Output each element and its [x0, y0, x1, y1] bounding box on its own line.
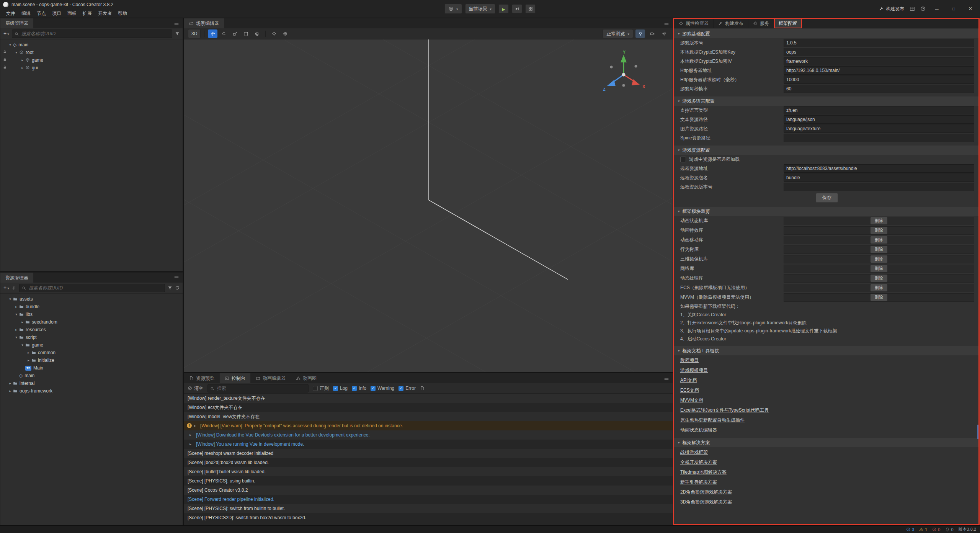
doc-link-animator-editor[interactable]: 动画状态机编辑器 — [674, 425, 980, 435]
expand-arrow[interactable]: ▸ — [26, 351, 31, 355]
http-timeout-input[interactable] — [784, 75, 974, 84]
log-row[interactable]: [Window] render_texture文件夹不存在 — [184, 394, 673, 403]
filter-error-checkbox[interactable]: Error — [399, 386, 416, 391]
lock-icon[interactable] — [3, 50, 7, 55]
doc-link-mvvm[interactable]: MVVM文档 — [674, 395, 980, 405]
tab-animation-editor[interactable]: 动画编辑器 — [251, 373, 291, 383]
solution-link-tiledmap[interactable]: Tiledmap地图解决方案 — [674, 467, 980, 477]
inspector-scrollbar[interactable] — [977, 425, 979, 439]
tab-asset-preview[interactable]: 资源预览 — [184, 373, 220, 383]
menu-item-developer[interactable]: 开发者 — [95, 9, 115, 18]
refresh-icon[interactable] — [175, 286, 180, 290]
delete-module-button[interactable]: 删除 — [871, 255, 887, 263]
sort-icon[interactable] — [12, 286, 16, 290]
doc-link-tutorial[interactable]: 教程项目 — [674, 355, 980, 365]
panel-menu-icon[interactable] — [660, 373, 673, 383]
expand-arrow[interactable]: ▾ — [13, 335, 19, 339]
delete-module-button[interactable]: 删除 — [871, 227, 887, 234]
delete-module-button[interactable]: 删除 — [871, 284, 887, 291]
log-row[interactable]: [Window] model_view文件夹不存在 — [184, 412, 673, 421]
maximize-button[interactable] — [948, 3, 959, 15]
section-header-modules[interactable]: 框架模块裁剪 — [674, 207, 980, 216]
expand-arrow[interactable]: ▸ — [20, 320, 25, 324]
delete-module-button[interactable]: 删除 — [871, 275, 887, 282]
solution-link-fullstack[interactable]: 全栈开发解决方案 — [674, 457, 980, 467]
expand-arrow[interactable]: ▾ — [7, 43, 13, 47]
section-header-docs[interactable]: 框架文档工具链接 — [674, 346, 980, 355]
expand-arrow[interactable]: ▸ — [7, 381, 13, 385]
asset-node-internal[interactable]: ▸internal — [0, 379, 183, 387]
remote-bundle-input[interactable] — [784, 173, 974, 182]
language-types-input[interactable] — [784, 106, 974, 114]
game-version-input[interactable] — [784, 39, 974, 47]
minimize-button[interactable] — [931, 3, 942, 15]
section-header-solutions[interactable]: 框架解决方案 — [674, 438, 980, 447]
build-publish-button[interactable]: 构建发布 — [879, 6, 904, 12]
delete-module-button[interactable]: 删除 — [871, 265, 887, 272]
tab-assets[interactable]: 资源管理器 — [0, 273, 34, 283]
console-search-input[interactable] — [216, 385, 306, 391]
create-node-button[interactable] — [3, 31, 9, 36]
tab-hierarchy[interactable]: 层级管理器 — [0, 18, 34, 28]
asset-node-script[interactable]: ▾script — [0, 334, 183, 341]
expand-arrow[interactable]: ▸ — [7, 389, 13, 393]
remote-load-row[interactable]: 游戏中资源是否远程加载 — [674, 155, 980, 164]
filter-warning-checkbox[interactable]: Warning — [371, 386, 394, 391]
expand-arrow[interactable]: ▸ — [13, 328, 19, 332]
crypto-key-input[interactable] — [784, 48, 974, 56]
expand-arrow[interactable]: ▾ — [13, 51, 19, 54]
log-row[interactable]: [Scene] [bullet]:bullet wasm lib loaded. — [184, 467, 673, 476]
menu-item-panel[interactable]: 面板 — [64, 9, 80, 18]
frame-rate-input[interactable] — [784, 85, 974, 93]
help-button[interactable] — [920, 6, 926, 11]
tree-node-root[interactable]: ▾ root — [0, 49, 183, 56]
current-scene-select[interactable]: 当前场景 — [465, 4, 496, 14]
regex-checkbox[interactable]: 正则 — [313, 385, 329, 392]
delete-module-button[interactable]: 删除 — [871, 294, 887, 301]
scene-light-toggle[interactable] — [635, 29, 645, 38]
crypto-iv-input[interactable] — [784, 57, 974, 65]
log-row[interactable]: [Scene] meshopt wasm decoder initialized — [184, 449, 673, 458]
warning-counter[interactable]: 1 — [919, 527, 927, 532]
doc-link-ecs[interactable]: ECS文档 — [674, 385, 980, 395]
tab-animation-graph[interactable]: 动画图 — [291, 373, 322, 383]
filter-icon[interactable] — [168, 286, 172, 290]
solution-link-3d-rpg[interactable]: 3D角色扮演游戏解决方案 — [674, 497, 980, 507]
tab-build-publish[interactable]: 构建发布 — [714, 18, 748, 28]
expand-arrow[interactable]: ▸ — [20, 66, 25, 70]
panel-menu-icon[interactable] — [170, 18, 183, 28]
step-button[interactable] — [512, 4, 522, 13]
asset-node-main-scene[interactable]: main — [0, 372, 183, 379]
section-header-resource[interactable]: 游戏资源配置 — [674, 146, 980, 155]
tree-node-main[interactable]: ▾ main — [0, 41, 183, 49]
scene-camera-button[interactable] — [647, 29, 657, 38]
asset-node-common[interactable]: ▸common — [0, 349, 183, 356]
image-path-input[interactable] — [784, 124, 974, 133]
log-row-info[interactable]: [Window] Download the Vue Devtools exten… — [184, 430, 673, 440]
menu-item-help[interactable]: 帮助 — [115, 9, 130, 18]
remote-url-input[interactable] — [784, 164, 974, 173]
coordinate-toggle-button[interactable] — [280, 29, 290, 38]
rect-tool-button[interactable] — [241, 29, 251, 38]
save-button[interactable]: 保存 — [816, 193, 838, 203]
log-row[interactable]: [Scene] [PHYSICS]: switch from builtin t… — [184, 504, 673, 513]
view-mode-select[interactable]: 正常浏览 — [603, 29, 633, 38]
log-row[interactable]: [Scene] [box2d]:box2d wasm lib loaded. — [184, 458, 673, 467]
asset-node-resources[interactable]: ▸resources — [0, 326, 183, 334]
panel-menu-icon[interactable] — [170, 273, 183, 283]
transform-tool-button[interactable] — [252, 29, 262, 38]
filter-log-checkbox[interactable]: Log — [333, 386, 348, 391]
spine-path-input[interactable] — [784, 134, 974, 142]
create-asset-button[interactable] — [3, 285, 9, 291]
http-server-input[interactable] — [784, 66, 974, 75]
panel-menu-icon[interactable] — [660, 18, 673, 28]
filter-icon[interactable] — [175, 31, 180, 36]
remote-version-input[interactable] — [784, 183, 974, 191]
asset-node-main-ts[interactable]: TSMain — [0, 364, 183, 372]
delete-module-button[interactable]: 删除 — [871, 246, 887, 253]
menu-item-file[interactable]: 文件 — [3, 9, 18, 18]
section-header-language[interactable]: 游戏多语言配置 — [674, 96, 980, 106]
asset-node-game[interactable]: ▾game — [0, 341, 183, 349]
delete-module-button[interactable]: 删除 — [871, 236, 887, 244]
pivot-toggle-button[interactable] — [269, 29, 279, 38]
